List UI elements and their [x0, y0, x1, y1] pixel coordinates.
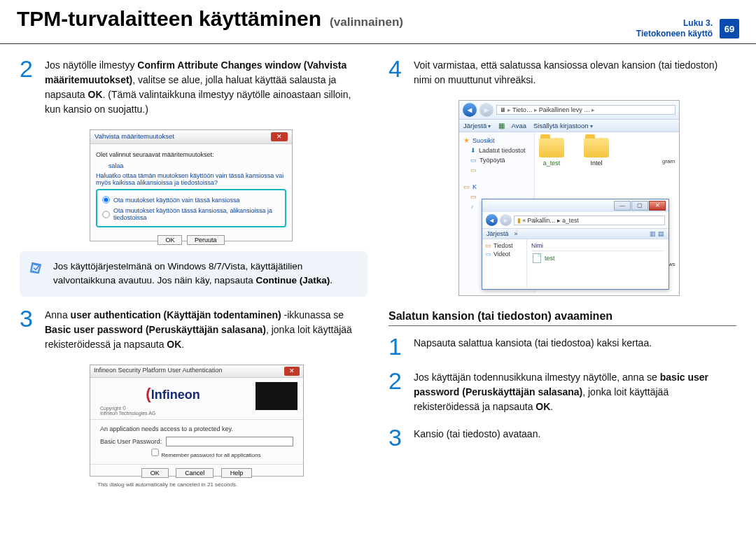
radio-label: Ota muutokset käyttöön vain tässä kansio… — [113, 197, 240, 204]
libraries-icon: ▭ — [463, 183, 470, 190]
back-button[interactable]: ◄ — [463, 103, 477, 117]
cancel-button[interactable]: Cancel — [176, 468, 214, 478]
help-button[interactable]: Help — [221, 468, 253, 478]
chip-image — [255, 382, 298, 410]
dialog1-line2: salaa — [96, 160, 286, 172]
txt: Jos käyttäjän todennusikkuna ilmestyy nä… — [414, 372, 660, 383]
txt: . — [550, 401, 553, 412]
sidebar-item-videos[interactable]: ▭Videot — [484, 250, 525, 258]
breadcrumb[interactable]: ▮ « Paikallin… ▸ a_test — [514, 216, 665, 225]
step-2b-text: Jos käyttäjän todennusikkuna ilmestyy nä… — [414, 370, 736, 414]
copyright-text: Copyright ©Infineon Technologies AG — [90, 406, 255, 419]
favorites-header[interactable]: ★Suosikit — [461, 135, 533, 146]
step-3b-text: Kansio (tai tiedosto) avataan. — [414, 427, 736, 449]
note-icon — [28, 260, 43, 275]
step-3-text: Anna user authentication (Käyttäjän tode… — [45, 308, 368, 352]
ok-button[interactable]: OK — [158, 235, 182, 245]
folder-icon: ▮ — [517, 217, 521, 224]
page-title-sub: (valinnainen) — [330, 15, 403, 29]
video-icon: ▭ — [485, 251, 491, 258]
checkbox-label: Remember password for all applications — [161, 452, 260, 458]
sidebar-section[interactable]: ▭K — [461, 182, 533, 192]
chapter-line2: Tietokoneen käyttö — [636, 29, 713, 39]
include-library-menu[interactable]: Sisällytä kirjastoon — [533, 122, 593, 129]
step-1-text: Napsauta salattua kansiota (tai tiedosto… — [414, 336, 736, 358]
step-number-4: 4 — [388, 58, 405, 87]
folder-icon — [539, 138, 564, 157]
radio-subfolders-too[interactable]: Ota muutokset käyttöön tässä kansiossa, … — [102, 206, 281, 223]
note-text: . — [330, 275, 332, 285]
page-number-badge: 69 — [720, 19, 739, 38]
close-button[interactable]: ✕ — [649, 201, 666, 211]
music-icon: ♪ — [470, 203, 474, 210]
dialog1-line1: Olet valinnut seuraavat määritemuutokset… — [96, 148, 286, 160]
download-icon: ⬇ — [470, 147, 476, 154]
organize-menu[interactable]: Järjestä — [463, 122, 491, 129]
ok-button[interactable]: OK — [141, 468, 169, 478]
txt-bold: OK — [88, 89, 103, 100]
section-heading-open-encrypted: Salatun kansion (tai tiedoston) avaamine… — [388, 310, 736, 326]
password-label: Basic User Password: — [100, 438, 162, 445]
sidebar-item[interactable]: ▭‎ — [461, 165, 533, 175]
remember-checkbox[interactable]: Remember password for all applications — [150, 452, 261, 458]
infineon-logo: (Infineon — [90, 378, 255, 406]
breadcrumb[interactable]: 🖥 ▸ Tieto… ▸ Paikallinen levy … ▸ — [496, 105, 676, 115]
cancel-button[interactable]: Peruuta — [187, 235, 225, 245]
txt-bold: user authentication (Käyttäjän todentami… — [71, 309, 281, 320]
step-number-2b: 2 — [388, 370, 405, 414]
sidebar-item-desktop[interactable]: ▭Työpöytä — [461, 155, 533, 165]
forward-button[interactable]: ► — [500, 214, 512, 226]
note-box: Jos käyttöjärjestelmänä on Windows 8/7/V… — [20, 251, 368, 297]
confirm-attribute-dialog: Vahvista määritemuutokset ✕ Olet valinnu… — [90, 129, 293, 241]
file-name-green: test — [545, 255, 555, 262]
txt-bold: OK — [167, 339, 181, 350]
dialog1-title: Vahvista määritemuutokset — [94, 132, 174, 141]
folder-icon — [584, 138, 609, 157]
chapter-info: Luku 3. Tietokoneen käyttö — [636, 18, 713, 39]
dialog2-title: Infineon Security Platform User Authenti… — [94, 367, 223, 376]
page-title-main: TPM-turvalaitteen käyttäminen — [17, 7, 321, 31]
sidebar-item-documents[interactable]: ▭Tiedost — [484, 241, 525, 250]
password-input[interactable] — [166, 437, 293, 446]
txt-bold: Basic user password (Peruskäyttäjän sala… — [45, 324, 266, 335]
computer-icon: 🖥 — [500, 106, 506, 113]
radio-this-folder-only[interactable]: Ota muutokset käyttöön vain tässä kansio… — [102, 194, 281, 206]
txt: -ikkunassa se — [281, 309, 344, 320]
dialog2-countdown: This dialog will automatically be cancel… — [90, 479, 303, 490]
view-icons[interactable]: ▥ ▤ — [650, 230, 664, 237]
desktop-icon: ▭ — [470, 157, 477, 164]
step-number-2: 2 — [20, 58, 36, 117]
back-button[interactable]: ◄ — [486, 214, 498, 226]
crumb-part: Tieto… — [512, 106, 533, 113]
maximize-button[interactable]: ▢ — [631, 201, 648, 211]
close-icon[interactable]: ✕ — [271, 132, 288, 141]
column-header-name[interactable]: Nimi — [531, 242, 664, 251]
sidebar-item-downloads[interactable]: ⬇Ladatut tiedostot — [461, 146, 533, 155]
close-icon[interactable]: ✕ — [284, 367, 300, 376]
radio-label: Ota muutokset käyttöön tässä kansiossa, … — [113, 207, 281, 221]
step-number-3: 3 — [20, 308, 36, 352]
folder-icon: ▭ — [470, 167, 477, 174]
txt: . — [181, 339, 184, 350]
organize-menu[interactable]: Järjestä — [486, 230, 509, 237]
txt: Anna — [45, 309, 71, 320]
folder-icon: ▭ — [485, 242, 491, 249]
txt-bold: OK — [536, 401, 550, 412]
folder-label: Intel — [584, 160, 609, 167]
open-menu[interactable]: Avaa — [512, 122, 526, 129]
note-bold: Continue (Jatka) — [255, 275, 330, 285]
dialog2-msg: An application needs access to a protect… — [100, 425, 293, 432]
forward-button[interactable]: ► — [479, 103, 493, 117]
star-icon: ★ — [463, 136, 470, 144]
minimize-button[interactable]: — — [614, 201, 631, 211]
crumb-part: Paikallinen levy … — [539, 106, 591, 113]
step-4-text: Voit varmistaa, että salatussa kansiossa… — [414, 58, 736, 87]
inner-explorer-window: — ▢ ✕ ◄ ► ▮ « Paikallin… ▸ a_test Järjes… — [482, 199, 669, 290]
step-number-1: 1 — [388, 336, 405, 358]
explorer-screenshot: ◄ ► 🖥 ▸ Tieto… ▸ Paikallinen levy … ▸ Jä… — [458, 100, 680, 296]
folder-icon: ▭ — [470, 193, 477, 200]
step-2-text: Jos näytölle ilmestyy Confirm Attribute … — [45, 58, 368, 117]
inner-sidebar: ▭Tiedost ▭Videot — [482, 239, 527, 288]
file-test[interactable]: test — [531, 251, 664, 265]
file-icon — [533, 253, 541, 263]
